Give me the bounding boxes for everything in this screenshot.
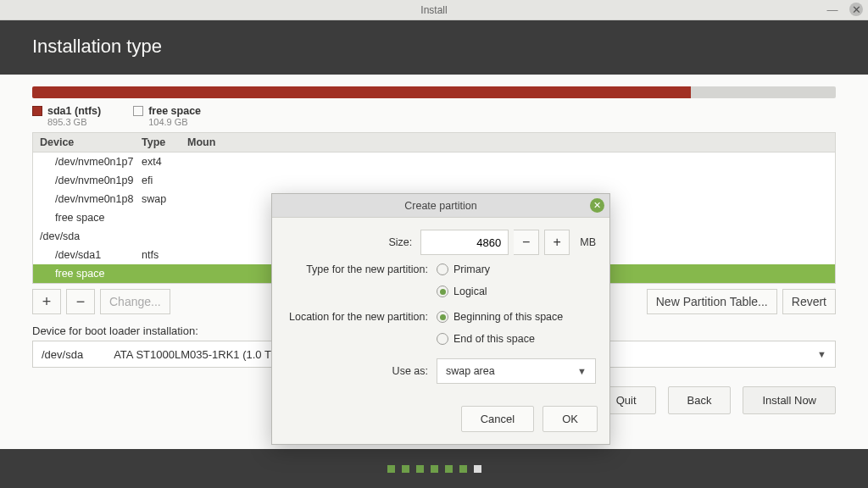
add-partition-button[interactable]: + <box>32 289 61 314</box>
radio-icon <box>437 333 448 345</box>
chevron-down-icon: ▼ <box>817 349 826 359</box>
radio-logical[interactable]: Logical <box>437 286 487 297</box>
change-partition-button[interactable]: Change... <box>100 289 170 314</box>
progress-dot <box>474 465 481 473</box>
legend-item-sda1: sda1 (ntfs) 895.3 GB <box>32 105 101 127</box>
table-row[interactable]: /dev/nvme0n1p7ext4 <box>33 152 835 171</box>
radio-icon <box>437 286 448 297</box>
location-label: Location for the new partition: <box>286 311 437 323</box>
progress-dot <box>459 465 467 473</box>
cancel-button[interactable]: Cancel <box>461 406 534 432</box>
chevron-down-icon: ▼ <box>577 366 587 376</box>
legend-swatch-white <box>133 106 143 116</box>
dialog-title: Create partition <box>404 200 476 212</box>
legend-size: 895.3 GB <box>47 117 101 127</box>
size-unit: MB <box>580 236 596 248</box>
new-partition-table-button[interactable]: New Partition Table... <box>647 289 777 314</box>
useas-label: Use as: <box>286 365 437 377</box>
page-header: Installation type <box>0 20 868 75</box>
minimize-icon[interactable]: — <box>826 3 839 16</box>
ok-button[interactable]: OK <box>542 406 598 432</box>
radio-end[interactable]: End of this space <box>437 333 535 345</box>
radio-icon <box>437 311 448 323</box>
size-increment-button[interactable]: + <box>544 230 570 255</box>
progress-dot <box>387 465 395 473</box>
progress-dot <box>445 465 453 473</box>
create-partition-dialog: Create partition ✕ Size: − + MB Type for… <box>271 193 610 445</box>
radio-icon <box>437 263 448 275</box>
titlebar: Install — ✕ <box>0 0 868 20</box>
legend-label: free space <box>148 105 201 117</box>
window-title: Install <box>420 4 447 16</box>
radio-label: Primary <box>453 263 490 275</box>
progress-dot <box>431 465 438 473</box>
dialog-close-icon[interactable]: ✕ <box>590 198 604 213</box>
usage-seg-sda1 <box>32 86 691 98</box>
useas-select[interactable]: swap area ▼ <box>437 358 596 384</box>
progress-dots <box>0 449 868 488</box>
size-decrement-button[interactable]: − <box>514 230 539 255</box>
legend-item-free: free space 104.9 GB <box>133 105 201 127</box>
boot-device-desc: ATA ST1000LM035-1RK1 (1.0 TB) <box>114 348 282 361</box>
radio-label: Beginning of this space <box>453 311 563 323</box>
radio-primary[interactable]: Primary <box>437 263 490 275</box>
table-row[interactable]: /dev/nvme0n1p9efi <box>33 171 835 190</box>
remove-partition-button[interactable]: − <box>66 289 95 314</box>
legend-swatch-red <box>32 106 42 116</box>
col-mount[interactable]: Moun <box>181 133 835 152</box>
page-title: Installation type <box>32 36 162 57</box>
close-icon[interactable]: ✕ <box>849 3 863 16</box>
col-device[interactable]: Device <box>33 133 135 152</box>
radio-label: Logical <box>453 286 487 297</box>
progress-dot <box>402 465 409 473</box>
back-button[interactable]: Back <box>668 386 732 414</box>
revert-button[interactable]: Revert <box>782 289 836 314</box>
size-input[interactable] <box>420 230 509 255</box>
legend-size: 104.9 GB <box>148 117 201 127</box>
boot-device: /dev/sda <box>42 348 83 361</box>
disk-usage-bar <box>32 86 836 98</box>
usage-seg-free <box>691 86 836 98</box>
useas-value: swap area <box>446 365 495 377</box>
install-now-button[interactable]: Install Now <box>743 386 836 414</box>
radio-begin[interactable]: Beginning of this space <box>437 311 563 323</box>
legend-label: sda1 (ntfs) <box>47 105 101 117</box>
usage-legend: sda1 (ntfs) 895.3 GB free space 104.9 GB <box>32 105 836 127</box>
radio-label: End of this space <box>453 333 535 345</box>
progress-dot <box>416 465 424 473</box>
table-header: Device Type Moun <box>33 133 835 152</box>
col-type[interactable]: Type <box>135 133 181 152</box>
dialog-titlebar: Create partition ✕ <box>272 194 609 218</box>
size-label: Size: <box>286 236 420 248</box>
type-label: Type for the new partition: <box>286 263 437 275</box>
